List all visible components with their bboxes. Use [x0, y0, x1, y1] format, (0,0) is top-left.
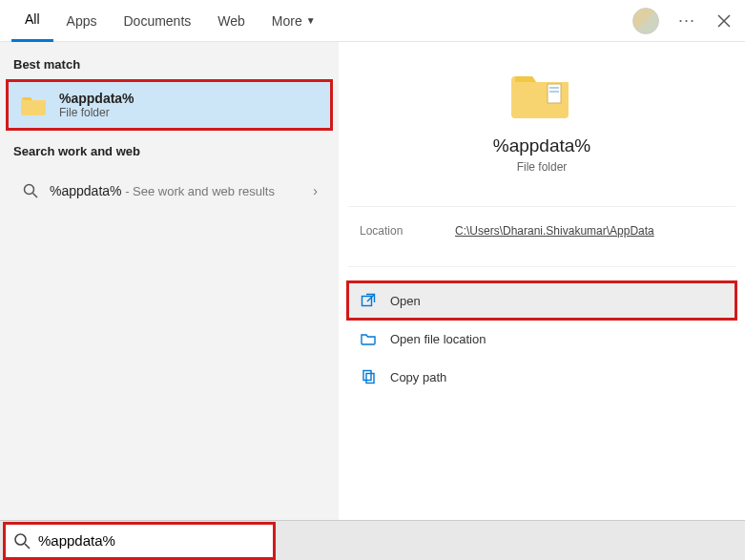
chevron-down-icon: ▼	[306, 15, 316, 26]
tab-label: More	[272, 13, 302, 29]
action-label: Copy path	[390, 370, 446, 384]
svg-rect-6	[366, 374, 374, 384]
divider	[348, 206, 735, 207]
taskbar-search[interactable]	[6, 525, 273, 557]
svg-rect-4	[362, 297, 372, 306]
copy-icon	[360, 368, 377, 385]
taskbar	[0, 520, 745, 560]
user-avatar[interactable]	[632, 8, 659, 34]
preview-pane: %appdata% File folder Location C:\Users\…	[339, 42, 745, 520]
location-path[interactable]: C:\Users\Dharani.Shivakumar\AppData	[455, 224, 724, 238]
action-copy-path[interactable]: Copy path	[348, 359, 735, 395]
action-label: Open	[390, 294, 421, 308]
search-icon	[13, 532, 31, 550]
tab-label: Documents	[123, 13, 191, 29]
tab-bar: All Apps Documents Web More ▼	[11, 0, 329, 42]
web-result-title: %appdata%	[50, 183, 122, 198]
location-row: Location C:\Users\Dharani.Shivakumar\App…	[348, 222, 735, 251]
folder-icon	[21, 92, 48, 118]
result-subtitle: File folder	[59, 106, 135, 119]
svg-rect-2	[549, 87, 559, 89]
close-button[interactable]	[714, 11, 734, 31]
tab-label: Web	[217, 13, 245, 29]
best-match-result[interactable]: %appdata% File folder	[8, 81, 331, 129]
tab-more[interactable]: More ▼	[259, 0, 329, 42]
action-label: Open file location	[390, 332, 486, 346]
search-icon	[21, 177, 40, 204]
preview-title: %appdata%	[348, 135, 735, 156]
folder-large-icon	[511, 71, 572, 120]
action-open-location[interactable]: Open file location	[348, 321, 735, 357]
tab-apps[interactable]: Apps	[53, 0, 111, 42]
search-input[interactable]	[38, 532, 265, 549]
tab-label: All	[25, 11, 40, 27]
tab-web[interactable]: Web	[204, 0, 259, 42]
tab-label: Apps	[67, 13, 97, 29]
section-search-work-web: Search work and web	[0, 138, 339, 164]
header: All Apps Documents Web More ▼ ···	[0, 0, 745, 42]
action-open[interactable]: Open	[348, 282, 735, 319]
preview-subtitle: File folder	[348, 160, 735, 174]
svg-point-0	[25, 185, 34, 195]
close-icon	[717, 14, 731, 28]
open-icon	[360, 292, 377, 309]
section-best-match: Best match	[0, 52, 339, 77]
svg-point-7	[15, 534, 26, 545]
svg-rect-3	[549, 91, 559, 93]
web-search-result[interactable]: %appdata% - See work and web results ›	[8, 168, 331, 214]
svg-rect-5	[363, 371, 371, 381]
divider	[348, 266, 735, 267]
results-pane: Best match %appdata% File folder Search …	[0, 42, 339, 520]
chevron-right-icon: ›	[313, 183, 318, 198]
more-options-button[interactable]: ···	[678, 10, 695, 31]
result-title: %appdata%	[59, 91, 135, 106]
folder-open-icon	[360, 330, 377, 347]
web-result-suffix: - See work and web results	[122, 184, 275, 198]
location-label: Location	[360, 224, 455, 238]
tab-documents[interactable]: Documents	[110, 0, 204, 42]
tab-all[interactable]: All	[11, 0, 53, 42]
